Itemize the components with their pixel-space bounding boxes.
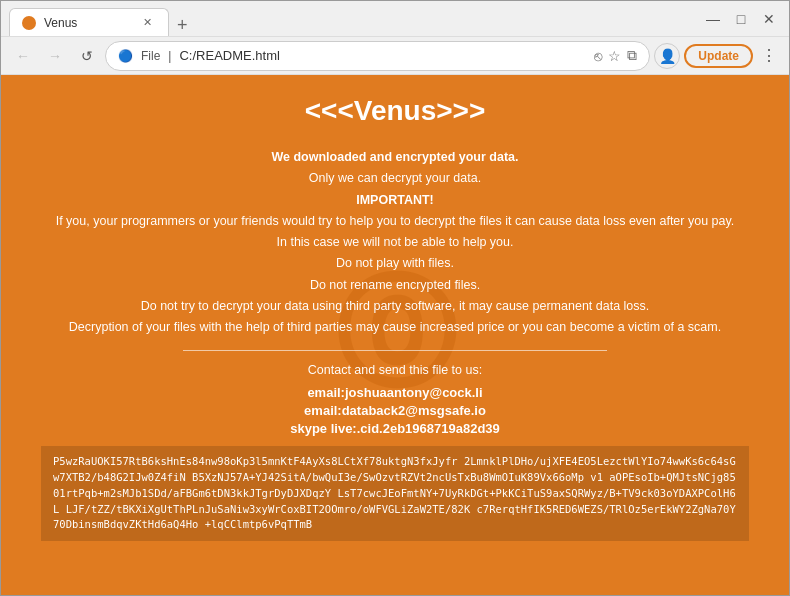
new-tab-button[interactable]: + [169,15,196,36]
line-5: In this case we will not be able to help… [41,232,749,253]
split-view-icon[interactable]: ⧉ [627,47,637,64]
refresh-button[interactable]: ↺ [73,42,101,70]
line-4: If you, your programmers or your friends… [41,211,749,232]
contact-email-2: email:databack2@msgsafe.io [41,403,749,418]
active-tab[interactable]: Venus ✕ [9,8,169,36]
update-button[interactable]: Update [684,44,753,68]
page-title: <<<Venus>>> [41,95,749,127]
profile-button[interactable]: 👤 [654,43,680,69]
contact-label: Contact and send this file to us: [41,363,749,377]
content-area: ⓪ <<<Venus>>> We downloaded and encrypte… [1,75,789,595]
tab-area: Venus ✕ + [9,1,701,36]
address-separator: | [168,49,171,63]
menu-button[interactable]: ⋮ [757,42,781,69]
tab-title: Venus [44,16,77,30]
contact-skype: skype live:.cid.2eb1968719a82d39 [41,421,749,436]
back-button[interactable]: ← [9,42,37,70]
tab-favicon [22,16,36,30]
line-2: Only we can decrypt your data. [41,168,749,189]
line-9: Decryption of your files with the help o… [41,317,749,338]
address-input[interactable] [179,48,586,63]
protocol-label: File [141,49,160,63]
message-body: We downloaded and encrypted your data. O… [41,147,749,338]
tab-close-button[interactable]: ✕ [139,14,156,31]
window-controls: — □ ✕ [701,7,781,31]
close-button[interactable]: ✕ [757,7,781,31]
page-inner: <<<Venus>>> We downloaded and encrypted … [41,95,749,541]
encryption-key: P5wzRaUOKI57RtB6ksHnEs84nw98oKp3l5mnKtF4… [41,446,749,541]
browser-window: Venus ✕ + — □ ✕ ← → ↺ 🔵 File | ⎋ ☆ ⧉ 👤 [0,0,790,596]
share-icon[interactable]: ⎋ [594,48,602,64]
section-divider [183,350,608,351]
line-6: Do not play with files. [41,253,749,274]
contact-email-1: email:joshuaantony@cock.li [41,385,749,400]
bookmark-icon[interactable]: ☆ [608,48,621,64]
line-3: IMPORTANT! [41,190,749,211]
protocol-icon: 🔵 [118,49,133,63]
nav-bar: ← → ↺ 🔵 File | ⎋ ☆ ⧉ 👤 Update ⋮ [1,37,789,75]
address-bar: 🔵 File | ⎋ ☆ ⧉ [105,41,650,71]
minimize-button[interactable]: — [701,7,725,31]
maximize-button[interactable]: □ [729,7,753,31]
line-8: Do not try to decrypt your data using th… [41,296,749,317]
line-7: Do not rename encrypted files. [41,275,749,296]
address-icons: ⎋ ☆ ⧉ [594,47,637,64]
forward-button[interactable]: → [41,42,69,70]
page-content: ⓪ <<<Venus>>> We downloaded and encrypte… [1,75,789,595]
title-bar: Venus ✕ + — □ ✕ [1,1,789,37]
line-1: We downloaded and encrypted your data. [41,147,749,168]
contact-section: Contact and send this file to us: email:… [41,363,749,436]
